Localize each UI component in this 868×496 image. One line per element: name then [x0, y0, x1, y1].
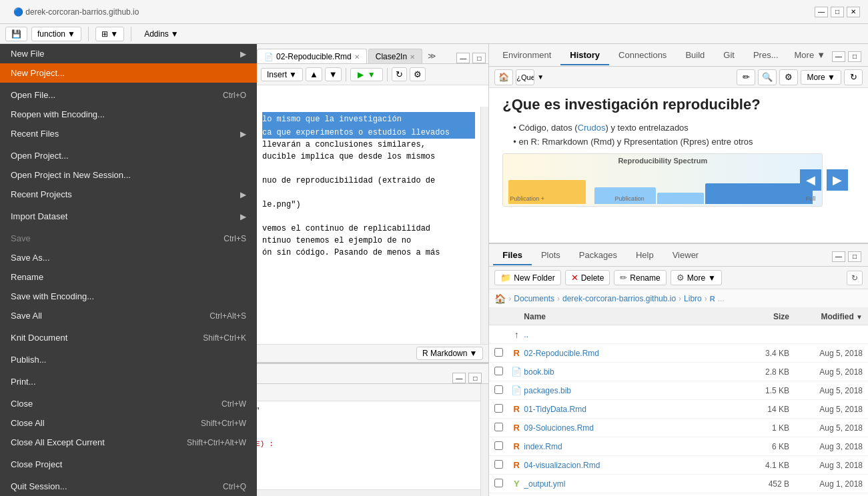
menu-item-save[interactable]: SaveCtrl+S	[0, 229, 257, 248]
menu-item-print---[interactable]: Print...	[0, 372, 257, 391]
insert-btn[interactable]: Insert ▼	[261, 68, 303, 81]
menu-item-close-all-except-current[interactable]: Close All Except CurrentShift+Ctrl+Alt+W	[0, 433, 257, 452]
more-tabs-btn[interactable]: More ▼	[788, 46, 833, 64]
menu-item-import-dataset[interactable]: Import Dataset▶	[0, 207, 257, 226]
minimize-btn[interactable]: —	[815, 7, 828, 17]
menu-item-reopen-with-encoding---[interactable]: Reopen with Encoding...	[0, 105, 257, 124]
close-tab-clase[interactable]: ✕	[410, 53, 415, 61]
menu-item-rename[interactable]: Rename	[0, 267, 257, 287]
delete-btn[interactable]: ✕ Delete	[565, 270, 610, 285]
file-name-4[interactable]: 01-TidyData.Rmd	[524, 405, 749, 414]
file-name-1[interactable]: 02-Repoducible.Rmd	[524, 349, 749, 358]
file-checkbox-5[interactable]	[494, 423, 509, 433]
menu-item-save-all[interactable]: Save AllCtrl+Alt+S	[0, 306, 257, 325]
menu-item-save-with-encoding---[interactable]: Save with Encoding...	[0, 287, 257, 306]
console-scrollbar[interactable]	[480, 384, 488, 496]
menu-item-save-as---[interactable]: Save As...	[0, 248, 257, 267]
console-minimize[interactable]: —	[452, 373, 466, 383]
close-btn[interactable]: ✕	[847, 7, 860, 17]
menu-item-close-project[interactable]: Close Project	[0, 455, 257, 474]
file-name-3[interactable]: packages.bib	[524, 386, 749, 395]
viewer-path-btn[interactable]: ¿Que es investigación reproducible...	[516, 69, 534, 85]
crudos-link[interactable]: Crudos	[578, 123, 606, 133]
menu-item-close[interactable]: CloseCtrl+W	[0, 394, 257, 413]
file-checkbox-3[interactable]	[494, 385, 509, 396]
addins-btn[interactable]: Addins ▼	[138, 27, 185, 41]
tab-history[interactable]: History	[560, 46, 609, 65]
file-checkbox-4[interactable]	[494, 404, 509, 415]
file-name-2[interactable]: book.bib	[524, 367, 749, 377]
editor-minimize[interactable]: —	[456, 53, 470, 63]
editor-tab-clase[interactable]: Clase2In ✕	[368, 49, 422, 64]
breadcrumb-libro[interactable]: Libro	[684, 294, 702, 303]
tab-overflow[interactable]: ≫	[424, 49, 440, 63]
tab-help[interactable]: Help	[626, 246, 663, 265]
breadcrumb-more[interactable]: ...	[718, 294, 725, 303]
more-files-btn[interactable]: ⚙ More ▼	[671, 270, 722, 285]
viewer-home-btn[interactable]: 🏠	[494, 69, 513, 85]
file-name-8[interactable]: _output.yml	[524, 479, 749, 489]
panel-minimize[interactable]: —	[832, 51, 845, 62]
slide-nav-right[interactable]: ▶	[827, 169, 848, 191]
file-checkbox-2[interactable]	[494, 367, 509, 377]
tab-connections[interactable]: Connections	[609, 46, 676, 65]
files-minimize[interactable]: —	[832, 251, 845, 262]
tab-packages[interactable]: Packages	[570, 246, 626, 265]
menu-item-open-project-in-new-session---[interactable]: Open Project in New Session...	[0, 165, 257, 185]
file-name-up[interactable]: ..	[524, 330, 749, 339]
run-btn[interactable]: ▶ ▼	[350, 68, 383, 81]
file-checkbox-8[interactable]	[494, 479, 509, 489]
viewer-edit-btn[interactable]: ✏	[737, 69, 755, 85]
tab-plots[interactable]: Plots	[532, 246, 570, 265]
editor-tab-rmd[interactable]: 📄 02-Repoducible.Rmd ✕	[257, 49, 367, 64]
file-checkbox-6[interactable]	[494, 441, 509, 452]
settings-btn[interactable]: ⚙	[410, 67, 426, 81]
breadcrumb-documents[interactable]: Documents	[514, 294, 554, 303]
file-name-7[interactable]: 04-visualizacion.Rmd	[524, 461, 749, 470]
col-header-size[interactable]: Size	[749, 312, 796, 321]
breadcrumb-github[interactable]: derek-corcoran-barrios.github.io	[562, 294, 676, 303]
menu-item-quit-session---[interactable]: Quit Session...Ctrl+Q	[0, 477, 257, 496]
file-checkbox-7[interactable]	[494, 460, 509, 471]
menu-item-recent-files[interactable]: Recent Files▶	[0, 124, 257, 143]
function-selector[interactable]: function ▼	[31, 27, 81, 41]
file-name-5[interactable]: 09-Soluciones.Rmd	[524, 423, 749, 433]
arrow-down-btn[interactable]: ▼	[325, 67, 342, 81]
viewer-refresh-btn[interactable]: ↻	[844, 69, 863, 85]
close-tab-rmd[interactable]: ✕	[354, 53, 360, 61]
refresh-btn[interactable]: ↻	[392, 67, 407, 81]
console-maximize[interactable]: □	[468, 373, 482, 383]
viewer-search-btn[interactable]: 🔍	[758, 69, 777, 85]
file-name-6[interactable]: index.Rmd	[524, 442, 749, 451]
new-folder-btn[interactable]: 📁 New Folder	[494, 270, 560, 285]
maximize-btn[interactable]: □	[831, 7, 844, 17]
menu-item-new-project---[interactable]: New Project...	[0, 63, 257, 83]
refresh-files-btn[interactable]: ↻	[847, 271, 863, 285]
grid-btn[interactable]: ⊞ ▼	[95, 27, 124, 41]
tab-environment[interactable]: Environment	[493, 46, 560, 65]
menu-item-close-all[interactable]: Close AllShift+Ctrl+W	[0, 413, 257, 433]
breadcrumb-home-icon[interactable]: 🏠	[494, 293, 506, 304]
tab-files[interactable]: Files	[493, 246, 532, 265]
menu-item-open-file---[interactable]: Open File...Ctrl+O	[0, 85, 257, 105]
col-header-modified[interactable]: Modified ▼	[796, 312, 863, 321]
file-checkbox-1[interactable]	[494, 348, 509, 359]
menu-item-open-project---[interactable]: Open Project...	[0, 146, 257, 165]
menu-item-new-file[interactable]: New File▶	[0, 44, 257, 63]
panel-maximize[interactable]: □	[848, 51, 861, 62]
editor-maximize[interactable]: □	[472, 53, 486, 63]
format-btn[interactable]: R Markdown ▼	[416, 347, 483, 360]
tab-git[interactable]: Git	[714, 46, 744, 65]
editor-scrollbar[interactable]	[480, 107, 488, 363]
tab-build[interactable]: Build	[676, 46, 714, 65]
menu-item-publish---[interactable]: Publish...	[0, 350, 257, 369]
files-maximize[interactable]: □	[848, 251, 861, 262]
col-header-name[interactable]: Name	[524, 312, 749, 321]
tab-pres[interactable]: Pres...	[744, 46, 788, 65]
viewer-settings-btn[interactable]: ⚙	[779, 69, 798, 85]
rename-btn[interactable]: ✏ Rename	[614, 270, 666, 285]
menu-item-knit-document[interactable]: Knit DocumentShift+Ctrl+K	[0, 328, 257, 347]
slide-nav-left[interactable]: ◀	[800, 169, 821, 191]
menu-item-recent-projects[interactable]: Recent Projects▶	[0, 185, 257, 204]
viewer-more-btn[interactable]: More ▼	[801, 70, 841, 85]
